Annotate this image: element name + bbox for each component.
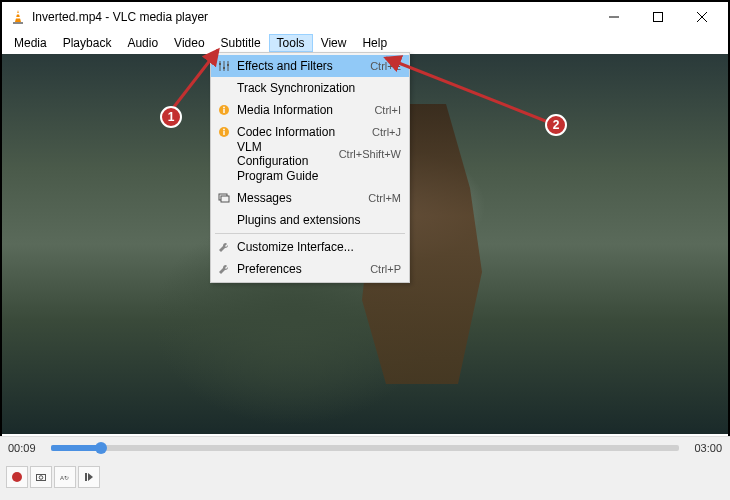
menu-item-label: Media Information [237, 103, 364, 117]
svg-marker-0 [15, 10, 21, 22]
menubar: MediaPlaybackAudioVideoSubtitleToolsView… [2, 32, 728, 54]
wrench-icon [215, 241, 233, 253]
menu-item-label: Preferences [237, 262, 360, 276]
menu-tools[interactable]: Tools [269, 34, 313, 52]
window-controls [592, 2, 724, 32]
callout-2: 2 [545, 114, 567, 136]
menu-item-plugins-and-extensions[interactable]: Plugins and extensions [211, 209, 409, 231]
menu-item-shortcut: Ctrl+Shift+W [339, 148, 401, 160]
svg-text:A↻: A↻ [60, 475, 69, 481]
annotation-arrow-2 [376, 50, 556, 130]
menu-item-messages[interactable]: MessagesCtrl+M [211, 187, 409, 209]
player-controls: 00:09 03:00 A↻ [0, 436, 730, 500]
menu-item-label: Plugins and extensions [237, 213, 391, 227]
menu-item-customize-interface[interactable]: Customize Interface... [211, 236, 409, 258]
menu-item-label: Customize Interface... [237, 240, 391, 254]
svg-rect-29 [85, 473, 87, 481]
frame-step-icon [84, 472, 94, 482]
menu-item-vlm-configuration[interactable]: VLM ConfigurationCtrl+Shift+W [211, 143, 409, 165]
menu-item-label: Messages [237, 191, 358, 205]
svg-line-25 [386, 58, 548, 122]
svg-rect-1 [16, 13, 21, 15]
menu-item-program-guide[interactable]: Program Guide [211, 165, 409, 187]
svg-rect-5 [654, 13, 663, 22]
svg-point-19 [223, 129, 225, 131]
elapsed-time: 00:09 [8, 442, 43, 454]
svg-rect-18 [223, 131, 224, 135]
menu-item-preferences[interactable]: PreferencesCtrl+P [211, 258, 409, 280]
messages-icon [215, 192, 233, 204]
menu-item-label: Codec Information [237, 125, 362, 139]
minimize-button[interactable] [592, 2, 636, 32]
camera-icon [36, 472, 46, 482]
maximize-button[interactable] [636, 2, 680, 32]
loop-ab-icon: A↻ [60, 472, 70, 482]
menu-item-label: Program Guide [237, 169, 391, 183]
info-icon [215, 126, 233, 138]
menu-separator [215, 233, 405, 234]
menu-media[interactable]: Media [6, 34, 55, 52]
seek-bar[interactable] [51, 445, 679, 451]
svg-marker-30 [88, 473, 93, 481]
menu-item-label: Effects and Filters [237, 59, 360, 73]
svg-rect-3 [13, 22, 23, 24]
record-button[interactable] [6, 466, 28, 488]
menu-item-label: Track Synchronization [237, 81, 391, 95]
snapshot-button[interactable] [30, 466, 52, 488]
frame-step-button[interactable] [78, 466, 100, 488]
control-buttons: A↻ [0, 459, 730, 495]
window-title: Inverted.mp4 - VLC media player [32, 10, 208, 24]
vlc-cone-icon [10, 9, 26, 25]
record-icon [12, 472, 22, 482]
callout-1: 1 [160, 106, 182, 128]
svg-line-23 [170, 50, 218, 112]
menu-playback[interactable]: Playback [55, 34, 120, 52]
seek-row: 00:09 03:00 [0, 437, 730, 459]
seek-progress [51, 445, 101, 451]
wrench-icon [215, 263, 233, 275]
svg-rect-2 [15, 17, 21, 19]
seek-handle[interactable] [95, 442, 107, 454]
svg-point-27 [39, 476, 43, 480]
menu-view[interactable]: View [313, 34, 355, 52]
svg-rect-21 [221, 196, 229, 202]
loop-button[interactable]: A↻ [54, 466, 76, 488]
close-button[interactable] [680, 2, 724, 32]
menu-item-label: VLM Configuration [237, 140, 329, 168]
menu-item-shortcut: Ctrl+M [368, 192, 401, 204]
total-time: 03:00 [687, 442, 722, 454]
menu-item-shortcut: Ctrl+P [370, 263, 401, 275]
titlebar: Inverted.mp4 - VLC media player [2, 2, 728, 32]
